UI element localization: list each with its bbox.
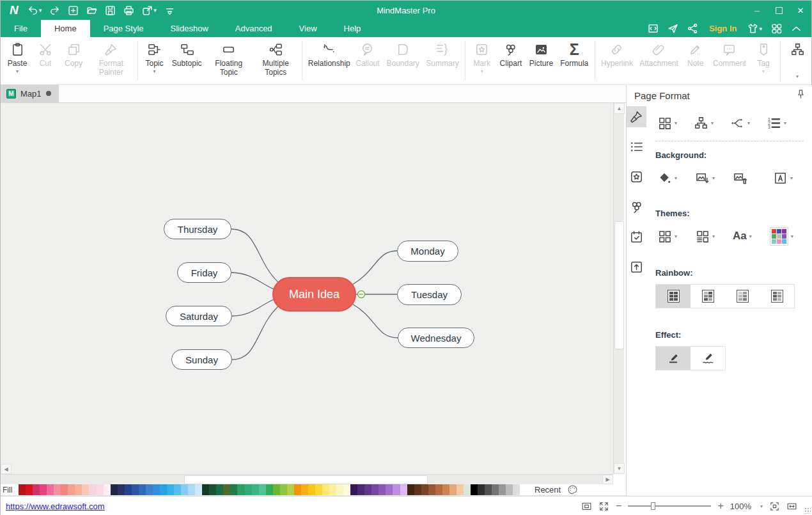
color-swatch[interactable] xyxy=(202,484,209,495)
color-swatch[interactable] xyxy=(209,484,216,495)
color-swatch[interactable] xyxy=(315,484,322,495)
color-swatch[interactable] xyxy=(464,484,471,495)
color-swatch[interactable] xyxy=(457,484,464,495)
color-swatch[interactable] xyxy=(181,484,188,495)
layout-style-button[interactable]: ▾ xyxy=(655,113,679,133)
color-swatch[interactable] xyxy=(237,484,244,495)
fit-width-button[interactable] xyxy=(786,501,797,512)
tag-caret-icon[interactable]: ▾ xyxy=(762,68,765,74)
remove-background-image-button[interactable] xyxy=(731,168,749,188)
save-button[interactable] xyxy=(102,2,119,19)
subtopic-button[interactable]: Subtopic xyxy=(168,37,205,84)
structure-caret-icon[interactable]: ▾ xyxy=(796,74,799,79)
color-swatch[interactable] xyxy=(400,484,407,495)
color-swatch[interactable] xyxy=(329,484,336,495)
color-swatch[interactable] xyxy=(40,484,47,495)
note-button[interactable]: Note xyxy=(682,37,710,84)
color-swatch[interactable] xyxy=(82,484,89,495)
mindmap-topic-node[interactable]: Friday xyxy=(177,262,231,283)
topic-caret-icon[interactable]: ▾ xyxy=(153,68,155,74)
zoom-in-button[interactable]: + xyxy=(717,500,723,512)
export-tab-button[interactable] xyxy=(627,257,646,278)
color-swatch[interactable] xyxy=(506,484,513,495)
tab-map1[interactable]: M Map1 xyxy=(1,84,59,102)
menu-slideshow[interactable]: Slideshow xyxy=(157,20,222,37)
boundary-button[interactable]: Boundary xyxy=(383,37,423,84)
mindmap-topic-node[interactable]: Saturday xyxy=(166,306,232,326)
color-swatch[interactable] xyxy=(364,484,371,495)
copy-button[interactable]: Copy xyxy=(59,37,88,84)
color-swatch[interactable] xyxy=(33,484,40,495)
menu-help[interactable]: Help xyxy=(331,20,375,37)
mark-caret-icon[interactable]: ▾ xyxy=(481,68,483,74)
share-button[interactable] xyxy=(684,20,701,37)
tag-button[interactable]: Tag ▾ xyxy=(749,37,777,84)
color-swatch[interactable] xyxy=(386,484,393,495)
watermark-button[interactable]: ▾ xyxy=(771,168,795,188)
color-swatch[interactable] xyxy=(322,484,329,495)
cut-button[interactable]: Cut xyxy=(31,37,59,84)
fit-page-button[interactable] xyxy=(581,501,592,512)
map-structure-button[interactable]: ▾ xyxy=(692,113,715,133)
sign-in-button[interactable]: Sign In xyxy=(704,24,742,33)
rainbow-option-1[interactable] xyxy=(656,285,691,308)
menu-page-style[interactable]: Page Style xyxy=(90,20,157,37)
color-swatch[interactable] xyxy=(146,484,153,495)
fit-selection-button[interactable] xyxy=(769,501,780,512)
task-tab-button[interactable] xyxy=(627,226,646,248)
color-swatch[interactable] xyxy=(245,484,252,495)
zoom-slider[interactable] xyxy=(628,505,711,507)
color-swatch[interactable] xyxy=(167,484,174,495)
color-swatch[interactable] xyxy=(97,484,104,495)
color-swatch[interactable] xyxy=(75,484,82,495)
resize-grip[interactable] xyxy=(804,507,811,514)
scroll-down-button[interactable]: ▼ xyxy=(614,463,625,474)
undo-button[interactable]: ▾ xyxy=(24,2,45,19)
export-caret-icon[interactable]: ▾ xyxy=(153,7,157,13)
color-swatch[interactable] xyxy=(520,484,527,495)
color-swatch[interactable] xyxy=(111,484,118,495)
color-swatch[interactable] xyxy=(379,484,386,495)
mindmap-canvas[interactable]: Main IdeaMondayTuesdayWednesdayThursdayF… xyxy=(1,103,613,474)
color-swatch[interactable] xyxy=(421,484,428,495)
recent-colors-label[interactable]: Recent xyxy=(535,484,561,495)
color-swatch[interactable] xyxy=(266,484,273,495)
clipart-tab-button[interactable] xyxy=(627,196,646,218)
rainbow-option-4[interactable] xyxy=(760,285,794,308)
customize-toolbar-button[interactable] xyxy=(161,2,178,19)
zoom-level[interactable]: 100% xyxy=(730,502,751,511)
minimize-button[interactable]: – xyxy=(746,1,768,20)
hyperlink-button[interactable]: Hyperlink xyxy=(598,37,637,84)
color-swatch[interactable] xyxy=(294,484,301,495)
menu-file[interactable]: File xyxy=(1,20,41,37)
zoom-caret-icon[interactable]: ▾ xyxy=(760,503,763,509)
color-swatch[interactable] xyxy=(485,484,492,495)
undo-caret-icon[interactable]: ▾ xyxy=(39,7,42,13)
menu-home[interactable]: Home xyxy=(41,20,90,37)
color-swatch[interactable] xyxy=(280,484,287,495)
color-swatch[interactable] xyxy=(139,484,146,495)
floating-topic-button[interactable]: Floating Topic xyxy=(205,37,253,84)
menu-view[interactable]: View xyxy=(286,20,331,37)
outline-tab-button[interactable] xyxy=(627,136,646,157)
color-swatch[interactable] xyxy=(125,484,132,495)
theme-layout-button[interactable]: ▾ xyxy=(693,226,717,246)
horizontal-scrollbar[interactable]: ◀ ▶ xyxy=(1,474,613,484)
comment-button[interactable]: Comment xyxy=(710,37,749,84)
color-swatch[interactable] xyxy=(414,484,421,495)
presentation-button[interactable] xyxy=(644,20,662,37)
color-swatch[interactable] xyxy=(357,484,364,495)
mark-tab-button[interactable] xyxy=(627,166,646,187)
color-swatch[interactable] xyxy=(492,484,499,495)
paste-caret-icon[interactable]: ▾ xyxy=(16,68,19,74)
effect-normal-button[interactable] xyxy=(656,347,691,370)
edrawsoft-link[interactable]: https://www.edrawsoft.com xyxy=(6,502,105,511)
scroll-right-button[interactable]: ▶ xyxy=(602,475,613,484)
format-tab-button[interactable] xyxy=(627,106,646,127)
mindmap-topic-node[interactable]: Wednesday xyxy=(398,328,474,348)
picture-button[interactable]: Picture xyxy=(526,37,557,84)
color-swatch[interactable] xyxy=(336,484,343,495)
open-file-button[interactable] xyxy=(83,2,100,19)
color-swatch[interactable] xyxy=(499,484,506,495)
color-swatch[interactable] xyxy=(428,484,435,495)
